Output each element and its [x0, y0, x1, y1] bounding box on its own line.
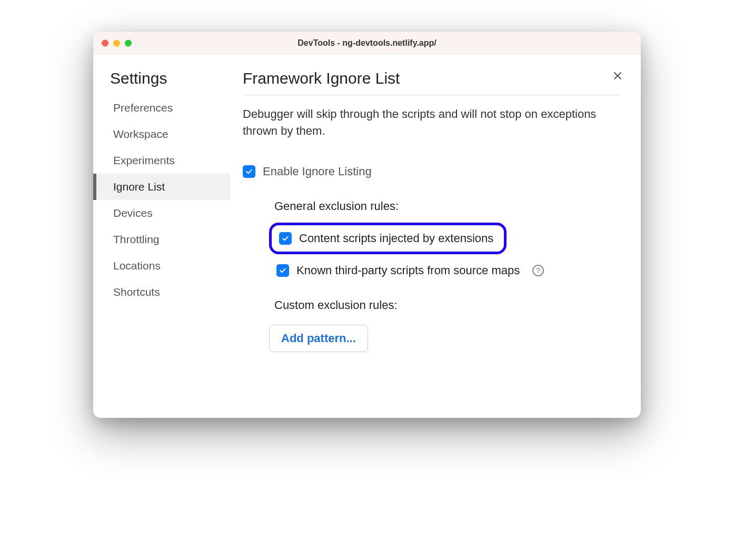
enable-ignore-listing-row: Enable Ignore Listing	[243, 165, 620, 178]
settings-sidebar: Settings Preferences Workspace Experimen…	[93, 55, 230, 418]
devtools-settings-window: DevTools - ng-devtools.netlify.app/ Sett…	[93, 32, 641, 418]
sidebar-item-throttling[interactable]: Throttling	[93, 226, 230, 253]
window-close-button[interactable]	[102, 39, 108, 46]
page-title: Framework Ignore List	[243, 69, 620, 95]
page-description: Debugger will skip through the scripts a…	[243, 106, 620, 139]
window-minimize-button[interactable]	[113, 39, 120, 46]
sidebar-item-preferences[interactable]: Preferences	[93, 95, 230, 121]
sidebar-item-locations[interactable]: Locations	[93, 253, 230, 279]
checkmark-icon	[281, 234, 290, 243]
traffic-lights	[102, 39, 132, 46]
third-party-scripts-label: Known third-party scripts from source ma…	[296, 264, 520, 277]
window-titlebar: DevTools - ng-devtools.netlify.app/	[93, 32, 641, 55]
sidebar-item-experiments[interactable]: Experiments	[93, 147, 230, 174]
third-party-scripts-row: Known third-party scripts from source ma…	[276, 264, 620, 277]
sidebar-item-devices[interactable]: Devices	[93, 200, 230, 226]
close-settings-button[interactable]	[610, 68, 625, 83]
add-pattern-button[interactable]: Add pattern...	[269, 325, 368, 352]
help-icon[interactable]: ?	[532, 265, 544, 276]
window-maximize-button[interactable]	[125, 39, 132, 46]
settings-content: Framework Ignore List Debugger will skip…	[230, 55, 641, 418]
sidebar-item-ignore-list[interactable]: Ignore List	[93, 174, 230, 200]
sidebar-item-workspace[interactable]: Workspace	[93, 121, 230, 147]
close-icon	[612, 71, 623, 81]
third-party-scripts-checkbox[interactable]	[276, 264, 289, 277]
general-exclusion-heading: General exclusion rules:	[274, 199, 620, 213]
enable-ignore-listing-checkbox[interactable]	[243, 165, 255, 178]
sidebar-title: Settings	[93, 69, 230, 95]
custom-exclusion-heading: Custom exclusion rules:	[274, 298, 620, 312]
checkmark-icon	[279, 266, 287, 275]
content-scripts-checkbox[interactable]	[279, 232, 292, 245]
settings-body: Settings Preferences Workspace Experimen…	[93, 55, 641, 418]
checkmark-icon	[245, 167, 253, 176]
content-scripts-label: Content scripts injected by extensions	[299, 232, 493, 245]
window-title: DevTools - ng-devtools.netlify.app/	[93, 38, 641, 48]
content-scripts-highlight: Content scripts injected by extensions	[269, 223, 507, 254]
sidebar-item-shortcuts[interactable]: Shortcuts	[93, 279, 230, 305]
enable-ignore-listing-label: Enable Ignore Listing	[263, 165, 372, 178]
